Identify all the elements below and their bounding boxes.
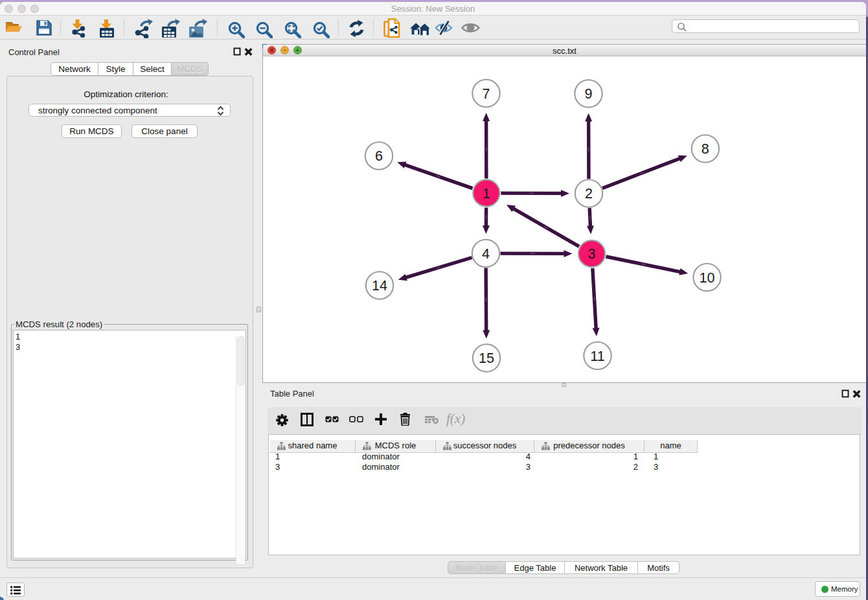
svg-text:15: 15	[479, 351, 494, 366]
svg-text:10: 10	[700, 270, 715, 286]
svg-text:9: 9	[585, 86, 593, 102]
svg-text:3: 3	[588, 246, 596, 262]
svg-text:6: 6	[375, 148, 383, 164]
svg-text:2: 2	[585, 186, 593, 202]
svg-text:8: 8	[702, 141, 709, 157]
svg-text:14: 14	[372, 278, 387, 294]
svg-text:4: 4	[482, 246, 490, 262]
svg-text:11: 11	[590, 349, 604, 364]
svg-text:1: 1	[483, 186, 490, 202]
svg-text:7: 7	[483, 86, 490, 102]
